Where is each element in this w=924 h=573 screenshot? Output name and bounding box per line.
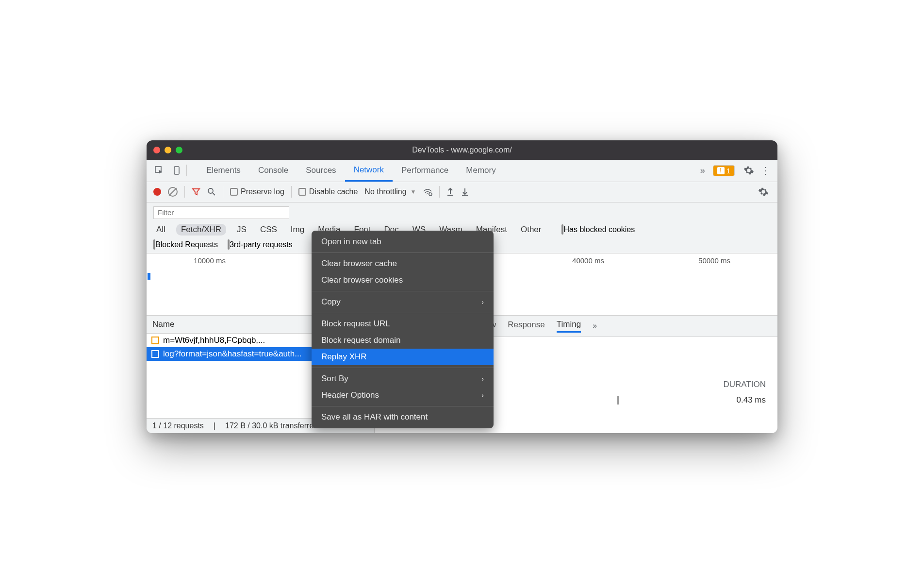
titlebar: DevTools - www.google.com/ bbox=[147, 140, 777, 160]
context-separator bbox=[312, 253, 494, 253]
more-detail-tabs-icon[interactable]: » bbox=[593, 321, 597, 330]
close-window-button[interactable] bbox=[153, 147, 160, 153]
record-button[interactable] bbox=[153, 188, 161, 196]
network-toolbar: Preserve log Disable cache No throttling… bbox=[147, 182, 777, 202]
context-item-label: Replay XHR bbox=[321, 352, 367, 362]
transferred-size: 172 B / 30.0 kB transferred bbox=[225, 421, 318, 430]
tab-memory[interactable]: Memory bbox=[457, 159, 504, 182]
device-toggle-icon[interactable] bbox=[169, 163, 184, 178]
has-blocked-cookies-checkbox[interactable]: Has blocked cookies bbox=[561, 225, 635, 234]
context-item-header-options[interactable]: Header Options› bbox=[312, 387, 494, 404]
context-item-label: Sort By bbox=[321, 374, 348, 384]
disable-cache-checkbox[interactable]: Disable cache bbox=[298, 187, 358, 196]
context-item-label: Clear browser cache bbox=[321, 259, 397, 269]
request-name: log?format=json&hasfast=true&auth... bbox=[163, 349, 301, 359]
tab-network[interactable]: Network bbox=[345, 159, 393, 182]
inspect-element-icon[interactable] bbox=[151, 163, 167, 178]
context-item-label: Block request URL bbox=[321, 319, 390, 329]
separator bbox=[439, 186, 440, 198]
detail-tab-timing[interactable]: Timing bbox=[557, 320, 581, 333]
more-tabs-icon[interactable]: » bbox=[700, 166, 705, 176]
context-item-label: Header Options bbox=[321, 390, 379, 400]
separator bbox=[184, 186, 185, 198]
timeline-marker bbox=[148, 273, 150, 280]
has-blocked-cookies-label: Has blocked cookies bbox=[563, 225, 635, 234]
network-conditions-icon[interactable] bbox=[423, 187, 432, 196]
filter-type-js[interactable]: JS bbox=[234, 224, 249, 236]
preserve-log-label: Preserve log bbox=[241, 187, 284, 196]
throttling-value: No throttling bbox=[364, 187, 406, 196]
chevron-right-icon: › bbox=[481, 375, 484, 383]
context-item-block-request-url[interactable]: Block request URL bbox=[312, 316, 494, 332]
checkbox-icon bbox=[298, 188, 306, 196]
request-count: 1 / 12 requests bbox=[152, 421, 204, 430]
request-type-icon bbox=[151, 337, 159, 344]
timeline-tick: 10000 ms bbox=[194, 256, 226, 265]
traffic-lights bbox=[153, 147, 182, 153]
svg-rect-1 bbox=[174, 167, 179, 174]
filter-type-css[interactable]: CSS bbox=[257, 224, 280, 236]
download-har-icon[interactable] bbox=[461, 187, 469, 196]
filter-type-img[interactable]: Img bbox=[288, 224, 307, 236]
timeline-tick: 50000 ms bbox=[698, 256, 730, 265]
separator bbox=[291, 186, 292, 198]
search-icon[interactable] bbox=[207, 187, 216, 196]
detail-tab-response[interactable]: Response bbox=[508, 320, 545, 332]
context-item-label: Copy bbox=[321, 297, 341, 307]
context-item-label: Clear browser cookies bbox=[321, 275, 403, 285]
blocked-requests-checkbox[interactable]: Blocked Requests bbox=[153, 240, 218, 249]
preserve-log-checkbox[interactable]: Preserve log bbox=[230, 187, 284, 196]
context-item-copy[interactable]: Copy› bbox=[312, 294, 494, 310]
queueing-bar bbox=[617, 396, 619, 404]
svg-line-3 bbox=[213, 193, 215, 195]
disable-cache-label: Disable cache bbox=[309, 187, 358, 196]
queueing-value: 0.43 ms bbox=[737, 395, 766, 405]
filter-type-all[interactable]: All bbox=[153, 224, 168, 236]
third-party-checkbox[interactable]: 3rd-party requests bbox=[228, 240, 293, 249]
filter-type-other[interactable]: Other bbox=[518, 224, 544, 236]
context-separator bbox=[312, 368, 494, 368]
filter-type-fetch-xhr[interactable]: Fetch/XHR bbox=[176, 224, 226, 236]
settings-gear-icon[interactable] bbox=[742, 163, 756, 178]
filter-input[interactable] bbox=[153, 206, 289, 219]
context-item-clear-browser-cookies[interactable]: Clear browser cookies bbox=[312, 272, 494, 288]
more-menu-icon[interactable]: ⋮ bbox=[758, 163, 773, 178]
context-item-label: Open in new tab bbox=[321, 237, 381, 247]
chevron-right-icon: › bbox=[481, 391, 484, 399]
context-item-open-in-new-tab[interactable]: Open in new tab bbox=[312, 234, 494, 250]
tab-sources[interactable]: Sources bbox=[297, 159, 345, 182]
warning-count: 1 bbox=[726, 167, 730, 175]
separator bbox=[223, 186, 223, 198]
context-menu: Open in new tabClear browser cacheClear … bbox=[312, 231, 494, 428]
tab-console[interactable]: Console bbox=[249, 159, 297, 182]
context-item-clear-browser-cache[interactable]: Clear browser cache bbox=[312, 255, 494, 272]
clear-button[interactable] bbox=[168, 187, 178, 197]
timeline-tick: 40000 ms bbox=[572, 256, 604, 265]
minimize-window-button[interactable] bbox=[165, 147, 171, 153]
context-separator bbox=[312, 406, 494, 406]
context-item-replay-xhr[interactable]: Replay XHR bbox=[312, 349, 494, 365]
throttling-dropdown[interactable]: No throttling▼ bbox=[364, 187, 416, 196]
context-item-sort-by[interactable]: Sort By› bbox=[312, 371, 494, 387]
context-item-save-all-as-har-with-content[interactable]: Save all as HAR with content bbox=[312, 409, 494, 425]
tab-performance[interactable]: Performance bbox=[393, 159, 457, 182]
request-name: m=Wt6vjf,hhhU8,FCpbqb,... bbox=[163, 336, 265, 345]
context-separator bbox=[312, 291, 494, 291]
context-item-block-request-domain[interactable]: Block request domain bbox=[312, 332, 494, 349]
context-item-label: Save all as HAR with content bbox=[321, 412, 428, 422]
maximize-window-button[interactable] bbox=[176, 147, 182, 153]
warnings-badge[interactable]: 1 bbox=[713, 165, 735, 176]
svg-point-4 bbox=[429, 193, 432, 196]
separator bbox=[186, 165, 187, 176]
chevron-down-icon: ▼ bbox=[411, 188, 416, 195]
tab-elements[interactable]: Elements bbox=[198, 159, 249, 182]
request-type-icon bbox=[151, 350, 159, 358]
filter-funnel-icon[interactable] bbox=[192, 187, 200, 196]
upload-har-icon[interactable] bbox=[446, 187, 454, 196]
context-item-label: Block request domain bbox=[321, 336, 400, 345]
chevron-right-icon: › bbox=[481, 298, 484, 306]
window-title: DevTools - www.google.com/ bbox=[147, 146, 777, 154]
checkbox-icon bbox=[230, 188, 238, 196]
context-separator bbox=[312, 313, 494, 313]
network-settings-gear-icon[interactable] bbox=[756, 185, 771, 199]
